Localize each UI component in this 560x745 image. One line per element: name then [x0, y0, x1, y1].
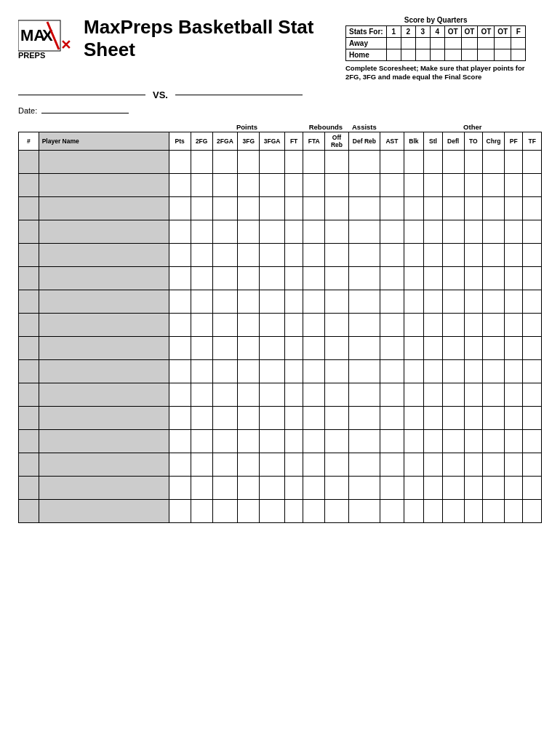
- cell-stat-5: [238, 337, 260, 360]
- cell-stat-9: [325, 383, 348, 407]
- cell-stat-12: [404, 314, 424, 337]
- cell-stat-12: [404, 220, 424, 244]
- col-pts: Pts: [169, 132, 191, 150]
- cell-num: [19, 500, 39, 523]
- cell-name: [39, 314, 169, 337]
- col-pf: PF: [505, 132, 523, 150]
- home-ot3: [478, 49, 495, 61]
- cell-stat-15: [464, 174, 482, 197]
- cell-stat-3: [191, 314, 212, 337]
- cell-stat-12: [404, 360, 424, 383]
- table-row: [19, 174, 542, 197]
- cell-num: [19, 174, 39, 197]
- stats-table: Points Rebounds Assists Other # Player N…: [18, 122, 542, 523]
- cell-stat-7: [284, 500, 303, 523]
- logo: MA X PREPS ✕: [18, 15, 73, 62]
- cell-stat-15: [464, 314, 482, 337]
- cell-stat-18: [523, 477, 542, 500]
- group-header-row: Points Rebounds Assists Other: [19, 122, 542, 132]
- ot-1: OT: [444, 26, 461, 38]
- cell-stat-13: [424, 407, 442, 430]
- cell-stat-13: [424, 267, 442, 290]
- cell-stat-6: [260, 430, 285, 453]
- date-underline: [41, 113, 129, 113]
- cell-stat-14: [442, 337, 464, 360]
- cell-stat-6: [260, 267, 285, 290]
- cell-num: [19, 337, 39, 360]
- away-ot1: [444, 38, 461, 49]
- col-header-row: # Player Name Pts 2FG 2FGA 3FG 3FGA FT F…: [19, 132, 542, 150]
- cell-stat-7: [284, 477, 303, 500]
- cell-stat-8: [303, 314, 325, 337]
- cell-stat-4: [212, 337, 238, 360]
- cell-stat-8: [303, 360, 325, 383]
- table-row: [19, 337, 542, 360]
- score-section: Score by Quarters Stats For: 1 2 3 4 OT …: [345, 15, 542, 82]
- home-ot2: [461, 49, 478, 61]
- date-label: Date:: [18, 106, 37, 115]
- cell-stat-2: [169, 244, 191, 267]
- cell-stat-2: [169, 267, 191, 290]
- table-row: [19, 430, 542, 453]
- vs-line: VS.: [18, 89, 542, 100]
- cell-stat-6: [260, 477, 285, 500]
- page-title: MaxPreps Basketball Stat Sheet: [84, 16, 345, 61]
- cell-stat-2: [169, 220, 191, 244]
- cell-num: [19, 383, 39, 407]
- svg-text:X: X: [42, 26, 53, 44]
- cell-stat-10: [348, 477, 380, 500]
- quarter-1: 1: [386, 26, 401, 38]
- cell-stat-17: [505, 220, 523, 244]
- cell-stat-8: [303, 500, 325, 523]
- cell-stat-7: [284, 267, 303, 290]
- cell-stat-12: [404, 407, 424, 430]
- cell-stat-17: [505, 290, 523, 314]
- cell-stat-10: [348, 314, 380, 337]
- cell-stat-7: [284, 407, 303, 430]
- table-row: [19, 151, 542, 174]
- cell-stat-16: [483, 197, 505, 220]
- final: F: [511, 26, 526, 38]
- cell-stat-12: [404, 453, 424, 477]
- team2-underline: [175, 95, 303, 95]
- cell-stat-9: [325, 430, 348, 453]
- cell-stat-14: [442, 244, 464, 267]
- cell-stat-5: [238, 244, 260, 267]
- cell-name: [39, 360, 169, 383]
- cell-stat-18: [523, 220, 542, 244]
- col-defl: Defl: [442, 132, 464, 150]
- cell-stat-9: [325, 267, 348, 290]
- cell-stat-11: [380, 197, 404, 220]
- table-row: [19, 244, 542, 267]
- cell-name: [39, 477, 169, 500]
- cell-stat-4: [212, 290, 238, 314]
- cell-stat-14: [442, 383, 464, 407]
- away-ot3: [478, 38, 495, 49]
- cell-num: [19, 267, 39, 290]
- cell-stat-13: [424, 174, 442, 197]
- cell-stat-12: [404, 244, 424, 267]
- ot-3: OT: [478, 26, 495, 38]
- cell-stat-2: [169, 197, 191, 220]
- cell-stat-18: [523, 174, 542, 197]
- cell-stat-3: [191, 151, 212, 174]
- cell-num: [19, 290, 39, 314]
- cell-stat-10: [348, 220, 380, 244]
- cell-stat-8: [303, 220, 325, 244]
- cell-stat-9: [325, 500, 348, 523]
- home-q4: [430, 49, 444, 61]
- cell-stat-16: [483, 267, 505, 290]
- cell-stat-12: [404, 290, 424, 314]
- cell-stat-15: [464, 500, 482, 523]
- cell-stat-3: [191, 360, 212, 383]
- cell-stat-4: [212, 197, 238, 220]
- table-row: [19, 290, 542, 314]
- group-rebounds: Rebounds: [303, 122, 348, 132]
- cell-name: [39, 407, 169, 430]
- cell-name: [39, 151, 169, 174]
- cell-stat-3: [191, 220, 212, 244]
- cell-stat-10: [348, 453, 380, 477]
- col-3fg: 3FG: [238, 132, 260, 150]
- cell-stat-5: [238, 197, 260, 220]
- home-ot4: [495, 49, 511, 61]
